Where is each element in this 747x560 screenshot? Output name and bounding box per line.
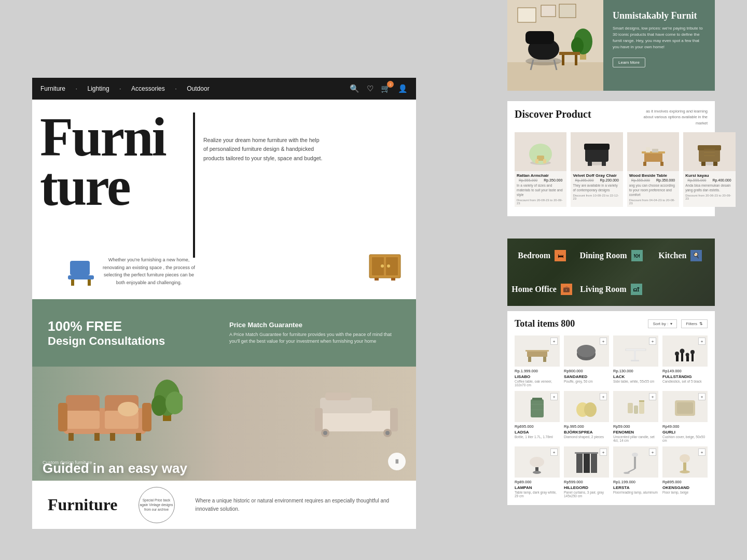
item-gurli-image: + xyxy=(662,391,708,422)
svg-rect-8 xyxy=(68,275,94,279)
item-sandared-price: Rp900.000 xyxy=(564,369,609,373)
item-okensgand-add[interactable]: + xyxy=(698,449,706,456)
item-fullstandig-add[interactable]: + xyxy=(698,338,706,345)
item-bjorksprea-desc: Diamond shaped, 2 pieces xyxy=(564,435,609,439)
bottom-description: Where a unique historic or natural envir… xyxy=(196,497,400,513)
product-name-1: Rattan Armchair xyxy=(515,171,566,178)
item-lisabo-price: Rp.1.999.000 xyxy=(515,369,560,373)
item-lersta-add[interactable]: + xyxy=(649,449,656,456)
green-consult-text: Design Consultations xyxy=(48,334,219,348)
item-lampan-price: Rp89.000 xyxy=(515,480,560,484)
item-ladsa-add[interactable]: + xyxy=(550,393,558,400)
svg-point-108 xyxy=(533,471,541,474)
product-discount-2: Discount from 10-09-23 to 22-12-23 xyxy=(571,193,622,202)
room-dining[interactable]: Dining Room 🍽 xyxy=(576,239,645,272)
item-sandared-name: SANDARED xyxy=(564,374,609,379)
svg-rect-47 xyxy=(518,8,536,22)
cart-icon[interactable]: 🛒 2 xyxy=(381,84,391,93)
item-lack-name: LACK xyxy=(613,374,658,379)
item-lampan-add[interactable]: + xyxy=(550,449,558,456)
showcase-play-button[interactable]: ⏸ xyxy=(388,453,406,470)
item-lisabo: + Rp.1.999.000 LISABO Coffee table, oak … xyxy=(515,335,560,387)
item-okensgand: + Rp895.000 OKENSGAND Floor lamp, beige xyxy=(662,446,708,498)
items-grid: + Rp.1.999.000 LISABO Coffee table, oak … xyxy=(515,335,708,498)
item-fullstandig: + Rp149.000 FULLSTÄNDIG Candlestick, set… xyxy=(662,335,708,387)
item-fenomen-add[interactable]: + xyxy=(649,393,656,400)
svg-rect-6 xyxy=(391,278,395,281)
svg-point-93 xyxy=(690,350,695,354)
product-name-3: Wood Beside Table xyxy=(627,171,679,178)
svg-rect-21 xyxy=(136,433,141,441)
nav-lighting[interactable]: Lighting xyxy=(88,85,109,92)
navbar: Furniture · Lighting · Accessories · Out… xyxy=(32,78,416,100)
room-living[interactable]: Living Room 🛋 xyxy=(576,272,645,306)
room-homeoffice-icon: 💼 xyxy=(561,284,572,295)
item-bjorksprea-name: BJÖRKSPREA xyxy=(564,430,609,435)
item-lack-add[interactable]: + xyxy=(649,338,656,345)
svg-rect-51 xyxy=(562,55,564,65)
item-lisabo-name: LISABO xyxy=(515,374,560,379)
room-living-label: Living Room xyxy=(580,285,626,294)
svg-rect-73 xyxy=(713,162,717,166)
item-gurli-add[interactable]: + xyxy=(698,393,706,400)
item-lack: + Rp.130.000 LACK Side table, white, 55x… xyxy=(613,335,658,387)
svg-point-116 xyxy=(632,453,638,457)
nav-accessories[interactable]: Accessories xyxy=(131,85,165,92)
filter-button[interactable]: Filters ⇅ xyxy=(681,319,708,328)
right-panel: Unmistakably Furnit Smart designs, low p… xyxy=(507,0,715,560)
product-old-price-3: Rp.555.000 xyxy=(629,178,652,182)
svg-rect-110 xyxy=(584,453,590,473)
showcase-section: Custom design furniture Guided in an eas… xyxy=(32,367,416,481)
room-homeoffice[interactable]: Home Office 💼 xyxy=(507,272,576,306)
item-fullstandig-price: Rp149.000 xyxy=(662,369,708,373)
item-gurli-desc: Cushion cover, beige, 50x50 cm xyxy=(662,435,708,442)
item-sandared-add[interactable]: + xyxy=(600,338,607,345)
item-okensgand-name: OKENSGAND xyxy=(662,485,708,490)
svg-rect-7 xyxy=(70,261,90,275)
learn-more-button[interactable]: Learn More xyxy=(613,58,645,67)
item-fenomen-name: FENOMEN xyxy=(613,430,658,435)
svg-rect-105 xyxy=(677,402,693,414)
items-section: Total items 800 Sort by : ▾ Filters ⇅ xyxy=(507,311,715,505)
lounge-chair-illustration xyxy=(312,382,400,452)
wishlist-icon[interactable]: ♡ xyxy=(367,84,374,93)
sofa-illustration xyxy=(53,377,157,452)
items-title: Total items 800 xyxy=(515,318,575,329)
search-icon[interactable]: 🔍 xyxy=(350,84,359,93)
item-bjorksprea-price: Rp.995.000 xyxy=(564,424,609,429)
item-gurli-name: GURLI xyxy=(662,430,708,435)
svg-rect-52 xyxy=(575,55,577,65)
nav-furniture[interactable]: Furniture xyxy=(40,85,65,92)
svg-rect-67 xyxy=(646,147,650,152)
svg-rect-18 xyxy=(68,433,74,441)
svg-point-117 xyxy=(680,454,690,463)
item-ladsa-desc: Bottle, 1 liter 1.7L, 1.78ml xyxy=(515,435,560,439)
svg-rect-65 xyxy=(643,162,646,166)
item-bjorksprea-image: + xyxy=(564,391,609,422)
top-card-image xyxy=(507,0,603,91)
item-lisabo-add[interactable]: + xyxy=(550,338,558,345)
plant-decoration xyxy=(151,372,183,426)
room-bedroom[interactable]: Bedroom 🛏 xyxy=(507,239,576,272)
item-bjorksprea-add[interactable]: + xyxy=(600,393,607,400)
svg-rect-101 xyxy=(634,405,638,414)
product-price-4: Rp.400.000 xyxy=(710,178,733,182)
bottom-furniture-title: Furniture xyxy=(48,495,118,514)
room-kitchen[interactable]: Kitchen 🍳 xyxy=(646,239,715,272)
sort-button[interactable]: Sort by : ▾ xyxy=(648,319,677,328)
room-kitchen-icon: 🍳 xyxy=(690,250,702,261)
item-lack-desc: Side table, white, 55x55 cm xyxy=(613,380,658,383)
svg-rect-68 xyxy=(652,149,658,152)
left-panel: Furniture · Lighting · Accessories · Out… xyxy=(32,78,416,529)
item-lersta-price: Rp1.199.000 xyxy=(613,480,658,484)
svg-rect-56 xyxy=(535,159,538,163)
svg-rect-90 xyxy=(686,356,689,361)
svg-rect-17 xyxy=(142,403,151,431)
item-sandared: + Rp900.000 SANDARED Pouffe, grey, 50 cm xyxy=(564,335,609,387)
item-hillegord-add[interactable]: + xyxy=(600,449,607,456)
item-hillegord: + Rp599.000 HILLEGORD Panel curtains, 3 … xyxy=(564,446,609,498)
user-icon[interactable]: 👤 xyxy=(398,84,408,93)
nav-outdoor[interactable]: Outdoor xyxy=(187,85,209,92)
item-hillegord-image: + xyxy=(564,446,609,478)
nav-dot-2: · xyxy=(120,86,121,92)
